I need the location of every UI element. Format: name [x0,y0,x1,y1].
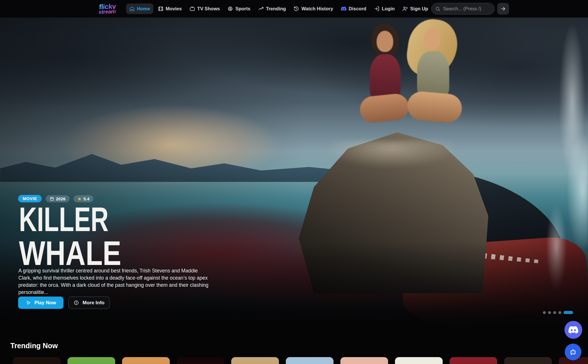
login-icon [374,6,379,11]
nav-item-watch-history[interactable]: Watch History [290,3,336,14]
navbar-right [431,3,509,15]
nav-label: TV Shows [197,6,220,11]
rating-value: 5.4 [84,196,90,201]
poster-card[interactable] [450,357,497,364]
poster-card[interactable] [395,357,443,364]
title-line-1: KILLER [19,202,109,238]
carousel-dot[interactable] [558,311,561,314]
play-now-label: Play Now [34,300,56,306]
play-now-button[interactable]: Play Now [18,297,63,309]
title-line-2: WHALE [19,234,121,271]
year-value: 2026 [56,196,65,201]
home-icon [129,6,135,11]
nav-label: Watch History [301,6,333,11]
top-navbar: flicky stream Home Movies TV Shows Sport… [0,0,588,18]
carousel-dot[interactable] [548,311,551,314]
chatbot-fab-button[interactable] [565,344,581,360]
search-box [431,3,495,15]
nav-item-sports[interactable]: Sports [224,3,253,14]
nav-item-home[interactable]: Home [126,3,153,14]
tv-icon [190,6,195,11]
hero-carousel-dots [543,311,573,314]
more-info-button[interactable]: More Info [68,297,110,309]
rating-pill: ★ 5.4 [74,195,93,202]
poster-card[interactable] [504,357,552,364]
user-plus-icon [402,6,408,11]
poster-card[interactable] [122,357,170,364]
hero-description: A gripping survival thriller centred aro… [18,267,209,296]
film-icon [158,6,163,11]
nav-item-tv-shows[interactable]: TV Shows [186,3,223,14]
search-icon [435,6,440,11]
hero-content: MOVIE 2026 ★ 5.4 KILLER WHALE A gripping… [0,18,588,329]
carousel-dot[interactable] [543,311,546,314]
nav-item-discord[interactable]: Discord [338,3,369,14]
trending-cards-row [13,357,588,364]
hero-section: MOVIE 2026 ★ 5.4 KILLER WHALE A gripping… [0,18,588,329]
nav-label: Sports [235,6,250,11]
discord-icon [341,6,346,11]
nav-label: Movies [166,6,182,11]
nav-item-movies[interactable]: Movies [155,3,185,14]
play-icon [26,300,31,305]
poster-card[interactable] [68,357,115,364]
nav-label: Discord [349,6,366,11]
star-icon: ★ [78,197,81,201]
nav-label: Home [137,6,150,11]
hero-meta-row: MOVIE 2026 ★ 5.4 [18,195,93,202]
calendar-icon [50,197,54,201]
more-info-label: More Info [82,300,105,306]
info-icon [74,300,79,305]
search-go-button[interactable] [497,3,509,15]
history-icon [294,6,299,11]
discord-icon [568,325,578,335]
arrow-right-icon [500,6,506,11]
poster-card[interactable] [286,357,333,364]
robot-chat-icon [569,348,577,356]
poster-card[interactable] [177,357,224,364]
hero-title: KILLER WHALE [17,202,144,271]
site-logo[interactable]: flicky stream [99,3,116,14]
ball-icon [228,6,233,11]
trending-up-icon [258,6,264,11]
main-nav: Home Movies TV Shows Sports Trending Wat… [126,3,431,14]
poster-card[interactable] [231,357,279,364]
nav-item-trending[interactable]: Trending [255,3,289,14]
nav-label: Sign Up [410,6,428,11]
logo-line2: stream [99,9,116,14]
carousel-dot[interactable] [553,311,556,314]
hero-actions: Play Now More Info [18,297,110,309]
year-pill: 2026 [46,195,70,202]
media-type-badge: MOVIE [18,195,42,202]
nav-item-login[interactable]: Login [371,3,398,14]
search-input[interactable] [443,6,491,11]
nav-label: Trending [266,6,286,11]
poster-card[interactable] [13,357,61,364]
trending-heading: Trending Now [10,342,58,350]
discord-fab-button[interactable] [564,321,582,339]
poster-card[interactable] [340,357,388,364]
carousel-dot-active[interactable] [564,311,573,314]
navbar-inner: flicky stream Home Movies TV Shows Sport… [99,0,489,18]
nav-label: Login [382,6,395,11]
nav-item-sign-up[interactable]: Sign Up [399,3,431,14]
